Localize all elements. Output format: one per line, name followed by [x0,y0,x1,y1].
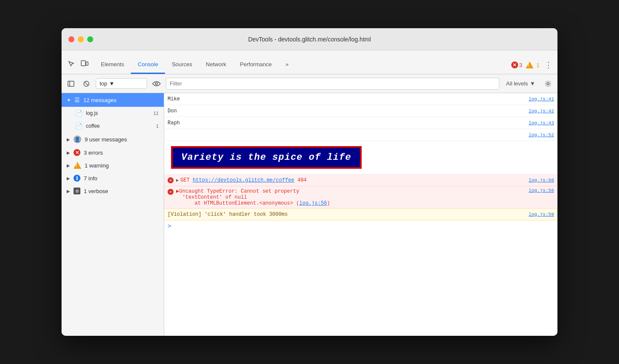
console-error-status: 404 [294,177,307,183]
console-row-mike: Mike log.js:41 [164,93,557,105]
console-error-text: GET [180,177,193,183]
tab-elements[interactable]: Elements [94,50,131,74]
console-text [168,132,529,138]
warning-icon [526,62,534,68]
list-icon: ☰ [74,97,80,103]
log-levels-selector[interactable]: All levels ▼ [503,79,539,88]
user-icon: 👤 [74,135,81,143]
sidebar-file-coffee[interactable]: 📄 coffee 1 [62,120,164,132]
sidebar-item-verbose[interactable]: ▶ ⚙ 1 verbose [62,185,164,197]
warning-icon [74,162,81,169]
info-icon: ℹ [74,175,80,182]
minimize-button[interactable] [78,36,84,42]
inspect-icon[interactable] [65,58,77,70]
clear-console-button[interactable] [80,78,92,90]
console-row-raph: Raph log.js:43 [164,117,557,129]
console-error-url[interactable]: https://devtools.glitch.me/coffee [193,177,295,183]
sidebar-item-errors[interactable]: ▶ ✕ 3 errors [62,146,164,159]
console-text: Don [168,108,529,114]
sidebar-item-info[interactable]: ▶ ℹ 7 info [62,172,164,185]
svg-rect-1 [86,62,88,65]
console-error-line3: at HTMLButtonElement.<anonymous> (log.js… [176,200,529,206]
violation-text: [Violation] 'click' handler took 3000ms [168,211,288,217]
live-expressions-button[interactable] [150,78,162,90]
console-row-don: Don log.js:42 [164,105,557,117]
error-badge[interactable]: ✕ 3 [511,62,522,68]
chevron-down-icon: ▼ [67,98,71,103]
sidebar-file-logjs[interactable]: 📄 log.js 11 [62,107,164,120]
verbose-icon: ⚙ [74,188,80,194]
tab-badges: ✕ 3 1 ⋮ [511,60,554,74]
error-icon: ✕ [74,149,80,156]
svg-point-6 [156,82,158,85]
svg-point-7 [547,82,549,85]
main-content: ▼ ☰ 12 messages 📄 log.js 11 📄 coffee 1 ▶… [62,93,557,336]
console-text: Mike [168,96,529,102]
console-cursor [174,223,178,230]
console-row-blank: log.js:52 [164,129,557,141]
file-icon: 📄 [75,110,83,117]
chevron-right-icon: ▶ [67,150,70,155]
window-controls [68,36,93,42]
chevron-right-icon: ▶ [67,163,70,168]
file-icon: 📄 [75,123,83,129]
maximize-button[interactable] [87,36,93,42]
console-output[interactable]: Mike log.js:41 Don log.js:42 Raph log.js… [164,93,557,336]
sidebar: ▼ ☰ 12 messages 📄 log.js 11 📄 coffee 1 ▶… [62,93,164,336]
tab-console[interactable]: Console [131,50,165,74]
console-prompt: > [168,223,171,230]
sidebar-item-user-messages[interactable]: ▶ 👤 9 user messages [62,132,164,146]
sidebar-item-warnings[interactable]: ▶ 1 warning [62,159,164,172]
console-link-typeerror[interactable]: log.js:56 [529,188,554,193]
tab-network[interactable]: Network [199,50,233,74]
error-icon: ✕ [511,62,518,68]
messages-group-header[interactable]: ▼ ☰ 12 messages [62,93,164,107]
console-error-line1: ▶Uncaught TypeError: Cannot set property [176,188,529,194]
window-title: DevTools - devtools.glitch.me/console/lo… [248,36,371,43]
chevron-right-icon: ▶ [67,176,70,181]
console-error-line2: 'textContent' of null [176,194,529,200]
console-error-block: ▶Uncaught TypeError: Cannot set property… [176,188,529,206]
console-link-get[interactable]: log.js:68 [529,178,554,183]
close-button[interactable] [68,36,74,42]
console-row-styled: Variety is the spice of life [164,141,557,174]
filter-input[interactable] [166,78,499,90]
typeerror-link[interactable]: log.js:56 [299,200,327,206]
devtools-menu-button[interactable]: ⋮ [543,60,554,70]
tab-sources[interactable]: Sources [165,50,199,74]
console-toolbar: top ▼ All levels ▼ [62,74,557,93]
device-icon[interactable] [79,58,91,70]
svg-rect-2 [68,81,74,86]
warning-badge[interactable]: 1 [526,62,539,68]
console-input-row[interactable]: > [164,220,557,232]
titlebar: DevTools - devtools.glitch.me/console/lo… [62,28,557,50]
styled-console-message: Variety is the spice of life [171,146,362,169]
error-icon-sm: ✕ [168,189,174,195]
chevron-right-icon: ▶ [67,189,70,194]
chevron-right-icon: ▶ [67,137,70,142]
svg-line-5 [85,82,88,85]
console-link-violation[interactable]: log.js:59 [529,212,554,217]
error-icon-sm: ✕ [168,177,174,183]
tabbar: Elements Console Sources Network Perform… [62,50,557,74]
console-link-blank[interactable]: log.js:52 [529,132,554,138]
console-row-typeerror: ✕ ▶Uncaught TypeError: Cannot set proper… [164,186,557,208]
console-link-raph[interactable]: log.js:43 [529,120,554,126]
console-link-mike[interactable]: log.js:41 [529,97,554,102]
devtools-window: DevTools - devtools.glitch.me/console/lo… [62,28,557,336]
console-link-don[interactable]: log.js:42 [529,109,554,114]
console-row-violation: [Violation] 'click' handler took 3000ms … [164,208,557,220]
console-row-get-error: ✕ ▶ GET https://devtools.glitch.me/coffe… [164,174,557,186]
tab-icons [65,58,91,74]
sidebar-toggle-button[interactable] [65,78,77,90]
console-text: Raph [168,120,529,126]
expand-arrow-icon[interactable]: ▶ [176,178,179,183]
console-settings-button[interactable] [542,78,554,90]
svg-rect-0 [81,61,85,66]
tab-more[interactable]: » [279,50,295,74]
tab-performance[interactable]: Performance [233,50,278,74]
context-selector[interactable]: top ▼ [96,78,147,89]
